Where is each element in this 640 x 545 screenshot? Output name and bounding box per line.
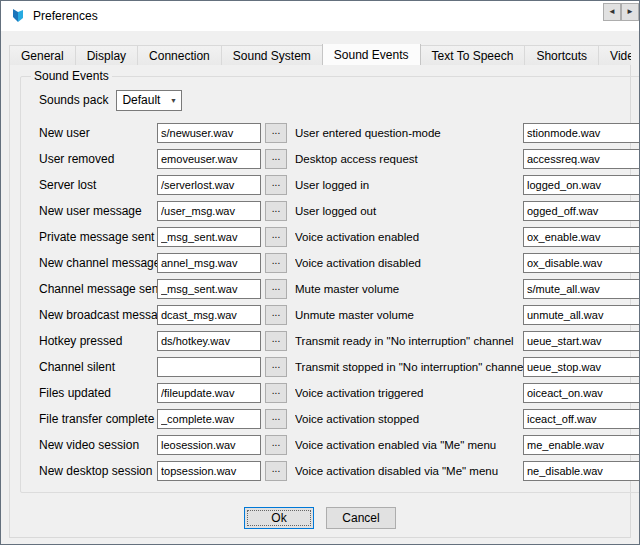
voice-activation-enabled-input[interactable] [523,227,640,247]
voice-activation-disabled-via-me-menu-label: Voice activation disabled via "Me" menu [295,465,523,477]
tab-scroll-left-button[interactable]: ◄ [603,3,621,21]
voice-activation-triggered-input[interactable] [523,383,640,403]
sound-event-row: User logged out... [295,198,640,224]
sounds-pack-label: Sounds pack [39,93,108,107]
group-title: Sound Events [31,69,112,83]
new-broadcast-message-input[interactable] [157,305,261,325]
user-logged-in-label: User logged in [295,179,523,191]
voice-activation-disabled-via-me-menu-input[interactable] [523,461,640,481]
channel-message-sent-browse-button[interactable]: ... [265,279,287,299]
file-transfer-complete-browse-button[interactable]: ... [265,409,287,429]
right-column: User entered question-mode...Desktop acc… [295,120,640,484]
ok-button[interactable]: Ok [244,507,314,529]
new-video-session-input[interactable] [157,435,261,455]
files-updated-browse-button[interactable]: ... [265,383,287,403]
sound-event-columns: New user...User removed...Server lost...… [39,120,640,484]
transmit-ready-in-no-interruption-channel-input[interactable] [523,331,640,351]
left-column: New user...User removed...Server lost...… [39,120,287,484]
new-user-browse-button[interactable]: ... [265,123,287,143]
new-desktop-session-browse-button[interactable]: ... [265,461,287,481]
tab-video[interactable]: Video [598,45,631,65]
new-channel-message-input[interactable] [157,253,261,273]
private-message-sent-browse-button[interactable]: ... [265,227,287,247]
user-logged-out-label: User logged out [295,205,523,217]
voice-activation-disabled-label: Voice activation disabled [295,257,523,269]
new-user-message-label: New user message [39,204,157,218]
transmit-ready-in-no-interruption-channel-label: Transmit ready in "No interruption" chan… [295,335,523,347]
user-removed-browse-button[interactable]: ... [265,149,287,169]
desktop-access-request-input[interactable] [523,149,640,169]
new-desktop-session-input[interactable] [157,461,261,481]
transmit-stopped-in-no-interruption-channel-label: Transmit stopped in "No interruption" ch… [295,361,523,373]
sound-event-row: Transmit ready in "No interruption" chan… [295,328,640,354]
sounds-pack-value: Default [122,93,160,107]
file-transfer-complete-label: File transfer complete [39,412,157,426]
unmute-master-volume-input[interactable] [523,305,640,325]
sound-event-row: Channel message sent... [39,276,287,302]
voice-activation-disabled-input[interactable] [523,253,640,273]
sound-event-row: Voice activation disabled via "Me" menu.… [295,458,640,484]
new-video-session-browse-button[interactable]: ... [265,435,287,455]
user-removed-input[interactable] [157,149,261,169]
new-desktop-session-label: New desktop session [39,464,157,478]
unmute-master-volume-label: Unmute master volume [295,309,523,321]
mute-master-volume-input[interactable] [523,279,640,299]
sound-event-row: Voice activation disabled... [295,250,640,276]
voice-activation-stopped-label: Voice activation stopped [295,413,523,425]
preferences-window: Preferences GeneralDisplayConnectionSoun… [0,0,640,545]
sound-event-row: Desktop access request... [295,146,640,172]
hotkey-pressed-browse-button[interactable]: ... [265,331,287,351]
channel-silent-input[interactable] [157,357,261,377]
cancel-button[interactable]: Cancel [326,507,396,529]
files-updated-input[interactable] [157,383,261,403]
window-title: Preferences [33,9,98,23]
new-video-session-label: New video session [39,438,157,452]
sounds-pack-row: Sounds pack Default ▼ [39,89,640,111]
tab-sound-events[interactable]: Sound Events [322,44,421,65]
server-lost-label: Server lost [39,178,157,192]
new-channel-message-browse-button[interactable]: ... [265,253,287,273]
sound-event-row: New channel message... [39,250,287,276]
sound-event-row: New user... [39,120,287,146]
sounds-pack-combo[interactable]: Default ▼ [116,90,182,111]
sound-event-row: Voice activation enabled via "Me" menu..… [295,432,640,458]
voice-activation-enabled-label: Voice activation enabled [295,231,523,243]
tab-sound-system[interactable]: Sound System [221,45,323,65]
private-message-sent-input[interactable] [157,227,261,247]
new-broadcast-message-browse-button[interactable]: ... [265,305,287,325]
new-user-message-browse-button[interactable]: ... [265,201,287,221]
file-transfer-complete-input[interactable] [157,409,261,429]
sound-event-row: New video session... [39,432,287,458]
sound-event-row: New desktop session... [39,458,287,484]
user-logged-in-input[interactable] [523,175,640,195]
desktop-access-request-label: Desktop access request [295,153,523,165]
user-entered-question-mode-label: User entered question-mode [295,127,523,139]
hotkey-pressed-input[interactable] [157,331,261,351]
new-user-message-input[interactable] [157,201,261,221]
user-entered-question-mode-input[interactable] [523,123,640,143]
tab-shortcuts[interactable]: Shortcuts [524,45,599,65]
sound-event-row: New broadcast message... [39,302,287,328]
tab-scroll-right-button[interactable]: ► [621,3,639,21]
server-lost-input[interactable] [157,175,261,195]
channel-silent-browse-button[interactable]: ... [265,357,287,377]
new-user-label: New user [39,126,157,140]
voice-activation-stopped-input[interactable] [523,409,640,429]
tab-connection[interactable]: Connection [137,45,222,65]
sound-event-row: User entered question-mode... [295,120,640,146]
new-broadcast-message-label: New broadcast message [39,308,157,322]
tab-scroll-buttons: ◄ ► [603,3,639,21]
app-icon [10,8,26,24]
channel-message-sent-input[interactable] [157,279,261,299]
voice-activation-enabled-via-me-menu-input[interactable] [523,435,640,455]
sound-event-row: Channel silent... [39,354,287,380]
tab-display[interactable]: Display [75,45,138,65]
transmit-stopped-in-no-interruption-channel-input[interactable] [523,357,640,377]
tab-general[interactable]: General [9,45,76,65]
server-lost-browse-button[interactable]: ... [265,175,287,195]
sound-event-row: User logged in... [295,172,640,198]
files-updated-label: Files updated [39,386,157,400]
tab-text-to-speech[interactable]: Text To Speech [420,45,526,65]
new-user-input[interactable] [157,123,261,143]
user-logged-out-input[interactable] [523,201,640,221]
